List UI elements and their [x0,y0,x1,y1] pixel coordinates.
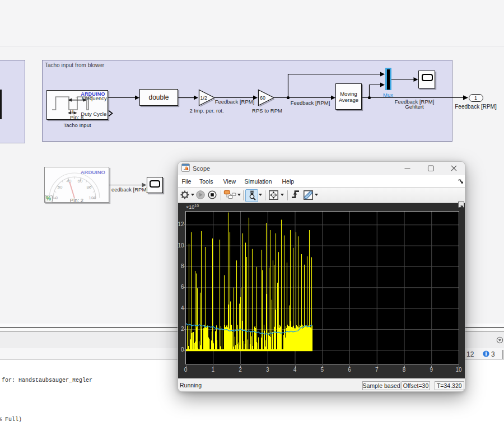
svg-text:1/2: 1/2 [200,95,208,101]
svg-text:60: 60 [260,95,265,101]
